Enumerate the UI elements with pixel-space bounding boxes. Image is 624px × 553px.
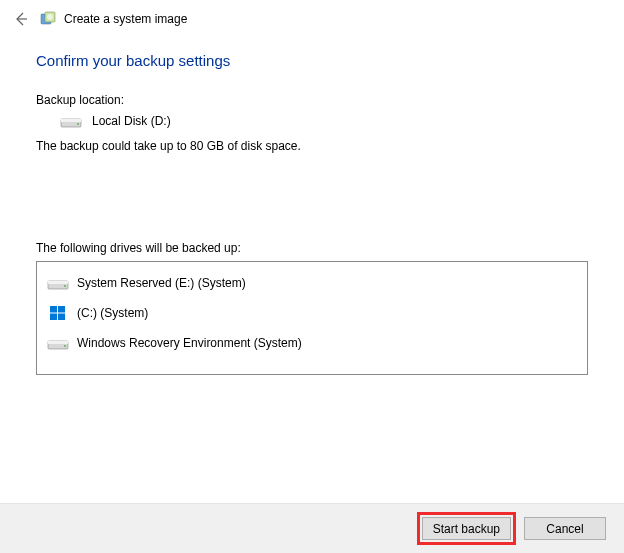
highlight-annotation: Start backup [417,512,516,545]
drive-row: Windows Recovery Environment (System) [45,328,579,358]
drive-label: System Reserved (E:) (System) [77,276,246,290]
svg-point-8 [64,285,66,287]
svg-point-2 [47,14,53,20]
cancel-button[interactable]: Cancel [524,517,606,540]
disk-icon [60,113,82,129]
svg-rect-7 [48,281,68,284]
backup-location-label: Backup location: [36,93,588,107]
backup-location-row: Local Disk (D:) [36,111,588,137]
back-button[interactable] [10,8,32,30]
drive-label: Windows Recovery Environment (System) [77,336,302,350]
titlebar: Create a system image [0,0,624,34]
disk-icon [47,335,69,351]
drive-row: System Reserved (E:) (System) [45,268,579,298]
windows-disk-icon [47,305,69,321]
start-backup-button[interactable]: Start backup [422,517,511,540]
system-image-icon [40,11,56,27]
size-info-text: The backup could take up to 80 GB of dis… [36,139,588,153]
backup-location-value: Local Disk (D:) [92,114,171,128]
svg-point-15 [64,345,66,347]
button-bar: Start backup Cancel [0,503,624,553]
window-title: Create a system image [64,12,187,26]
content-area: Confirm your backup settings Backup loca… [0,34,624,375]
svg-rect-10 [58,306,65,313]
svg-rect-12 [58,314,65,321]
disk-icon [47,275,69,291]
page-heading: Confirm your backup settings [36,52,588,69]
back-arrow-icon [12,10,30,28]
svg-point-5 [77,123,79,125]
svg-rect-11 [50,314,57,321]
drive-row: (C:) (System) [45,298,579,328]
svg-rect-9 [50,306,57,313]
drive-label: (C:) (System) [77,306,148,320]
svg-rect-14 [48,341,68,344]
drives-list-box: System Reserved (E:) (System) (C:) (Syst… [36,261,588,375]
svg-rect-4 [61,119,81,122]
drives-label: The following drives will be backed up: [36,241,588,255]
